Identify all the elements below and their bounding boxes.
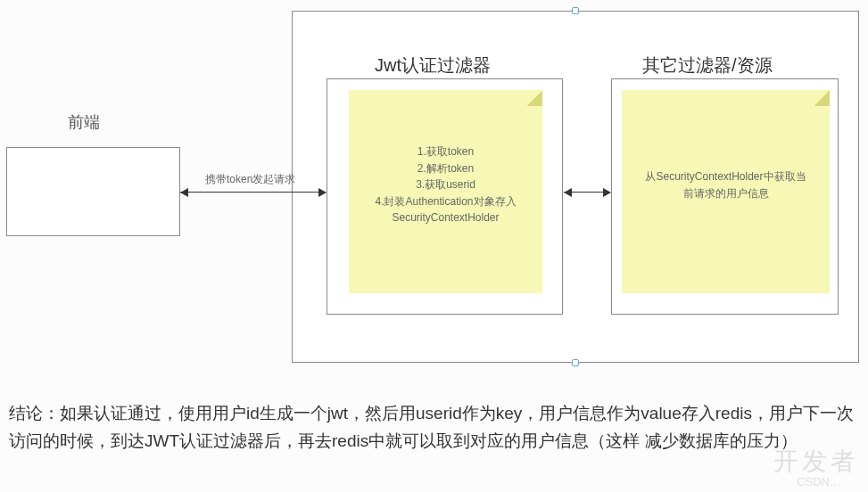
arrow-head-left-icon: [564, 188, 572, 197]
frontend-label: 前端: [68, 111, 100, 133]
other-note: 从SecurityContextHolder中获取当 前请求的用户信息: [622, 90, 830, 293]
arrow-head-right-icon: [603, 188, 611, 197]
arrow-label-token-request: 携带token发起请求: [205, 172, 295, 187]
jwt-filter-title: Jwt认证过滤器: [375, 53, 491, 78]
diagram-canvas: 前端 Jwt认证过滤器 其它过滤器/资源 1.获取token 2.解析token…: [0, 0, 868, 379]
selection-handle-bottom[interactable]: [572, 359, 579, 366]
jwt-note-text: 1.获取token 2.解析token 3.获取userid 4.封装Authe…: [349, 144, 542, 226]
other-note-text: 从SecurityContextHolder中获取当 前请求的用户信息: [622, 168, 830, 201]
selection-handle-top[interactable]: [572, 7, 579, 14]
frontend-box: [6, 147, 180, 236]
watermark-source: CSDN…: [797, 475, 841, 488]
jwt-note: 1.获取token 2.解析token 3.获取userid 4.封装Authe…: [349, 90, 542, 293]
arrow-frontend-filter: [180, 192, 326, 193]
arrow-head-right-icon: [318, 188, 327, 197]
watermark-brand: 开发者: [773, 445, 859, 479]
caption-text: 结论：如果认证通过，使用用户id生成一个jwt，然后用userid作为key，用…: [9, 399, 856, 455]
other-filter-title: 其它过滤器/资源: [642, 53, 773, 78]
arrow-head-left-icon: [180, 188, 188, 197]
